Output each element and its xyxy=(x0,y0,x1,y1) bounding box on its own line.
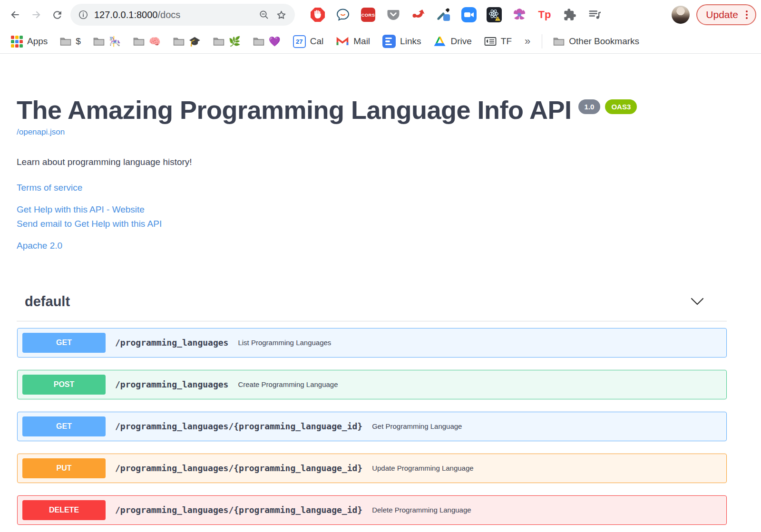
operation-get-one[interactable]: GET /programming_languages/{programming_… xyxy=(17,412,727,441)
google-drive-icon xyxy=(433,36,446,47)
folder-icon xyxy=(213,37,224,46)
operation-summary: Update Programming Language xyxy=(372,464,473,472)
method-badge: PUT xyxy=(22,458,106,478)
zoom-extension-icon[interactable] xyxy=(461,7,477,22)
bookmark-calendar[interactable]: 27 Cal xyxy=(289,33,328,50)
back-icon xyxy=(9,9,21,21)
browser-toolbar: 127.0.0.1:8000/docs CORS xyxy=(0,0,761,29)
operation-summary: Create Programming Language xyxy=(238,380,338,388)
operation-path: /programming_languages xyxy=(115,379,228,389)
section-title: default xyxy=(25,294,70,310)
folder-icon xyxy=(253,37,264,46)
bookmark-apps[interactable]: Apps xyxy=(7,33,52,50)
operation-put-update[interactable]: PUT /programming_languages/{programming_… xyxy=(17,454,727,483)
license-link[interactable]: Apache 2.0 xyxy=(17,241,727,251)
section-header-default[interactable]: default xyxy=(17,294,727,321)
api-description: Learn about programming language history… xyxy=(17,157,727,167)
bookmark-tf[interactable]: TF xyxy=(480,34,516,49)
pinwheel-extension-icon[interactable] xyxy=(512,7,527,22)
back-button[interactable] xyxy=(5,4,26,25)
folder-icon xyxy=(173,37,185,46)
bookmark-folder-herb[interactable]: 🌿 xyxy=(209,34,245,48)
operation-summary: Get Programming Language xyxy=(372,422,462,430)
bookmark-mail[interactable]: Mail xyxy=(332,34,374,49)
google-calendar-icon: 27 xyxy=(293,35,306,48)
apps-grid-icon xyxy=(11,36,23,48)
bookmark-drive[interactable]: Drive xyxy=(429,33,476,49)
zoom-out-icon[interactable] xyxy=(258,9,270,20)
method-badge: GET xyxy=(22,333,106,353)
operation-summary: List Programming Languages xyxy=(238,339,331,347)
bookmark-folder-brain[interactable]: 🧠 xyxy=(129,34,165,48)
operation-path: /programming_languages/{programming_lang… xyxy=(115,463,362,473)
oas3-badge: OAS3 xyxy=(605,99,637,114)
adblock-extension-icon[interactable] xyxy=(310,7,325,22)
terms-of-service-link[interactable]: Terms of service xyxy=(17,183,727,193)
pocket-extension-icon[interactable] xyxy=(386,7,401,22)
card-icon xyxy=(484,37,497,46)
api-badges: 1.0 OAS3 xyxy=(578,99,637,114)
folder-icon xyxy=(93,37,105,46)
chevron-down-icon[interactable] xyxy=(691,298,704,305)
bookmark-folder-dollar[interactable]: $ xyxy=(56,34,85,49)
bookmarks-divider xyxy=(542,34,542,48)
operation-path: /programming_languages/{programming_lang… xyxy=(115,505,362,515)
operation-post-create[interactable]: POST /programming_languages Create Progr… xyxy=(17,370,727,399)
address-bar[interactable]: 127.0.0.1:8000/docs xyxy=(70,4,295,26)
operation-delete[interactable]: DELETE /programming_languages/{programmi… xyxy=(17,495,727,525)
update-label: Update xyxy=(706,9,738,20)
bookmark-folder-carousel[interactable]: 🎠 xyxy=(89,34,125,48)
forward-icon xyxy=(30,9,42,21)
toggl-extension-icon[interactable]: Tp xyxy=(537,7,552,22)
folder-icon xyxy=(133,37,145,46)
url-text[interactable]: 127.0.0.1:8000/docs xyxy=(94,10,253,20)
react-devtools-extension-icon[interactable] xyxy=(487,7,502,22)
openapi-spec-link[interactable]: /openapi.json xyxy=(17,127,65,137)
links-list-icon xyxy=(382,35,396,48)
bookmark-folder-graduation[interactable]: 🎓 xyxy=(169,34,205,48)
bookmarks-overflow-chevron[interactable]: » xyxy=(520,35,535,48)
chat-extension-icon[interactable] xyxy=(335,7,351,22)
method-badge: POST xyxy=(22,375,106,395)
operation-path: /programming_languages/{programming_lang… xyxy=(115,421,362,431)
extensions-row: CORS Tp xyxy=(310,7,664,22)
swagger-docs-page: The Amazing Programming Language Info AP… xyxy=(0,54,761,525)
operations-list: GET /programming_languages List Programm… xyxy=(17,328,727,525)
contact-email-link[interactable]: Send email to Get Help with this API xyxy=(17,219,727,229)
other-bookmarks-button[interactable]: Other Bookmarks xyxy=(549,34,644,49)
gmail-icon xyxy=(336,36,349,47)
bookmark-folder-heart[interactable]: 💜 xyxy=(249,34,285,48)
method-badge: GET xyxy=(22,416,106,436)
method-badge: DELETE xyxy=(22,500,106,520)
site-info-icon[interactable] xyxy=(78,10,88,20)
operation-summary: Delete Programming Language xyxy=(372,506,471,514)
bookmark-star-icon[interactable] xyxy=(275,9,287,21)
folder-icon xyxy=(553,37,565,46)
cors-extension-icon[interactable]: CORS xyxy=(361,7,376,22)
profile-avatar[interactable] xyxy=(672,6,690,24)
playlist-icon[interactable] xyxy=(587,7,603,22)
bookmarks-bar: Apps $ 🎠 🧠 🎓 🌿 💜 27 Cal Mail Links xyxy=(0,29,761,54)
api-title-row: The Amazing Programming Language Info AP… xyxy=(17,97,727,124)
browser-menu-icon[interactable] xyxy=(743,9,751,21)
operation-get-list[interactable]: GET /programming_languages List Programm… xyxy=(17,328,727,358)
page-title: The Amazing Programming Language Info AP… xyxy=(17,97,572,124)
contact-website-link[interactable]: Get Help with this API - Website xyxy=(17,204,727,215)
share-extension-icon[interactable] xyxy=(411,7,426,22)
version-badge: 1.0 xyxy=(578,99,601,114)
reload-button[interactable] xyxy=(47,4,68,25)
reload-icon xyxy=(51,9,63,21)
extensions-puzzle-icon[interactable] xyxy=(562,7,577,22)
update-button[interactable]: Update xyxy=(696,4,756,25)
operation-path: /programming_languages xyxy=(115,338,228,348)
forward-button[interactable] xyxy=(26,4,47,25)
color-picker-extension-icon[interactable] xyxy=(436,7,451,22)
folder-icon xyxy=(60,37,71,46)
bookmark-links[interactable]: Links xyxy=(378,32,425,50)
